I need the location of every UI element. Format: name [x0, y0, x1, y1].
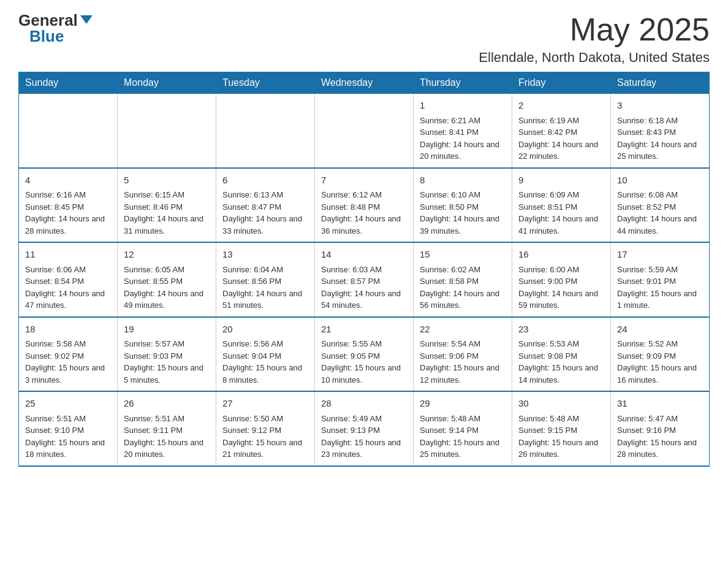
calendar-week-4: 18Sunrise: 5:58 AMSunset: 9:02 PMDayligh…	[19, 317, 710, 392]
calendar-cell: 30Sunrise: 5:48 AMSunset: 9:15 PMDayligh…	[512, 391, 611, 466]
day-number: 19	[124, 323, 210, 337]
day-number: 25	[25, 397, 111, 411]
calendar-cell: 8Sunrise: 6:10 AMSunset: 8:50 PMDaylight…	[414, 168, 512, 243]
day-number: 12	[124, 248, 210, 262]
day-info: Sunrise: 5:58 AMSunset: 9:02 PMDaylight:…	[25, 338, 111, 386]
day-number: 7	[321, 174, 407, 188]
logo-blue-text: Blue	[29, 28, 64, 44]
calendar-cell: 26Sunrise: 5:51 AMSunset: 9:11 PMDayligh…	[118, 391, 216, 466]
calendar-cell: 25Sunrise: 5:51 AMSunset: 9:10 PMDayligh…	[19, 391, 118, 466]
calendar-cell: 3Sunrise: 6:18 AMSunset: 8:43 PMDaylight…	[611, 94, 710, 168]
calendar-cell: 14Sunrise: 6:03 AMSunset: 8:57 PMDayligh…	[315, 242, 414, 317]
calendar-cell: 10Sunrise: 6:08 AMSunset: 8:52 PMDayligh…	[611, 168, 710, 243]
day-info: Sunrise: 6:04 AMSunset: 8:56 PMDaylight:…	[222, 264, 308, 312]
day-number: 10	[617, 174, 703, 188]
day-number: 15	[420, 248, 506, 262]
day-info: Sunrise: 5:47 AMSunset: 9:16 PMDaylight:…	[617, 413, 703, 461]
calendar-cell	[19, 94, 118, 168]
day-number: 20	[222, 323, 308, 337]
day-number: 30	[518, 397, 604, 411]
day-number: 31	[617, 397, 703, 411]
day-number: 23	[518, 323, 604, 337]
calendar-cell	[216, 94, 315, 168]
day-info: Sunrise: 5:49 AMSunset: 9:13 PMDaylight:…	[321, 413, 407, 461]
logo-triangle-icon	[80, 15, 93, 24]
day-of-week-friday: Friday	[512, 72, 611, 94]
calendar-cell: 6Sunrise: 6:13 AMSunset: 8:47 PMDaylight…	[216, 168, 315, 243]
day-info: Sunrise: 6:08 AMSunset: 8:52 PMDaylight:…	[617, 189, 703, 237]
day-of-week-wednesday: Wednesday	[315, 72, 414, 94]
calendar-cell: 28Sunrise: 5:49 AMSunset: 9:13 PMDayligh…	[315, 391, 414, 466]
calendar-cell: 9Sunrise: 6:09 AMSunset: 8:51 PMDaylight…	[512, 168, 611, 243]
calendar-cell: 31Sunrise: 5:47 AMSunset: 9:16 PMDayligh…	[611, 391, 710, 466]
calendar-cell: 29Sunrise: 5:48 AMSunset: 9:14 PMDayligh…	[414, 391, 512, 466]
days-of-week-row: SundayMondayTuesdayWednesdayThursdayFrid…	[19, 72, 710, 94]
logo: General Blue	[18, 12, 93, 44]
day-number: 9	[518, 174, 604, 188]
day-info: Sunrise: 6:09 AMSunset: 8:51 PMDaylight:…	[518, 189, 604, 237]
calendar-cell: 11Sunrise: 6:06 AMSunset: 8:54 PMDayligh…	[19, 242, 118, 317]
day-number: 4	[25, 174, 111, 188]
day-info: Sunrise: 6:10 AMSunset: 8:50 PMDaylight:…	[420, 189, 506, 237]
calendar-cell	[315, 94, 414, 168]
day-info: Sunrise: 5:53 AMSunset: 9:08 PMDaylight:…	[518, 338, 604, 386]
day-number: 5	[124, 174, 210, 188]
calendar-cell: 23Sunrise: 5:53 AMSunset: 9:08 PMDayligh…	[512, 317, 611, 392]
calendar-cell: 21Sunrise: 5:55 AMSunset: 9:05 PMDayligh…	[315, 317, 414, 392]
calendar-cell: 7Sunrise: 6:12 AMSunset: 8:48 PMDaylight…	[315, 168, 414, 243]
calendar-table: SundayMondayTuesdayWednesdayThursdayFrid…	[18, 72, 710, 467]
day-info: Sunrise: 6:06 AMSunset: 8:54 PMDaylight:…	[25, 264, 111, 312]
day-info: Sunrise: 5:48 AMSunset: 9:15 PMDaylight:…	[518, 413, 604, 461]
page-header: General Blue May 2025 Ellendale, North D…	[18, 12, 710, 66]
day-number: 2	[518, 99, 604, 113]
calendar-week-5: 25Sunrise: 5:51 AMSunset: 9:10 PMDayligh…	[19, 391, 710, 466]
location-title: Ellendale, North Dakota, United States	[479, 50, 710, 66]
day-number: 6	[222, 174, 308, 188]
day-info: Sunrise: 6:00 AMSunset: 9:00 PMDaylight:…	[518, 264, 604, 312]
day-of-week-sunday: Sunday	[19, 72, 118, 94]
calendar-cell: 1Sunrise: 6:21 AMSunset: 8:41 PMDaylight…	[414, 94, 512, 168]
calendar-cell: 4Sunrise: 6:16 AMSunset: 8:45 PMDaylight…	[19, 168, 118, 243]
day-number: 24	[617, 323, 703, 337]
day-number: 1	[420, 99, 506, 113]
calendar-cell: 15Sunrise: 6:02 AMSunset: 8:58 PMDayligh…	[414, 242, 512, 317]
calendar-cell: 20Sunrise: 5:56 AMSunset: 9:04 PMDayligh…	[216, 317, 315, 392]
day-info: Sunrise: 5:52 AMSunset: 9:09 PMDaylight:…	[617, 338, 703, 386]
day-number: 17	[617, 248, 703, 262]
day-info: Sunrise: 6:15 AMSunset: 8:46 PMDaylight:…	[124, 189, 210, 237]
day-number: 21	[321, 323, 407, 337]
day-info: Sunrise: 6:18 AMSunset: 8:43 PMDaylight:…	[617, 115, 703, 163]
day-info: Sunrise: 6:12 AMSunset: 8:48 PMDaylight:…	[321, 189, 407, 237]
calendar-week-1: 1Sunrise: 6:21 AMSunset: 8:41 PMDaylight…	[19, 94, 710, 168]
title-area: May 2025 Ellendale, North Dakota, United…	[479, 12, 710, 66]
calendar-cell: 5Sunrise: 6:15 AMSunset: 8:46 PMDaylight…	[118, 168, 216, 243]
day-number: 27	[222, 397, 308, 411]
day-number: 3	[617, 99, 703, 113]
day-info: Sunrise: 5:51 AMSunset: 9:10 PMDaylight:…	[25, 413, 111, 461]
day-info: Sunrise: 5:54 AMSunset: 9:06 PMDaylight:…	[420, 338, 506, 386]
calendar-header: SundayMondayTuesdayWednesdayThursdayFrid…	[19, 72, 710, 94]
calendar-cell: 27Sunrise: 5:50 AMSunset: 9:12 PMDayligh…	[216, 391, 315, 466]
day-of-week-saturday: Saturday	[611, 72, 710, 94]
day-info: Sunrise: 5:55 AMSunset: 9:05 PMDaylight:…	[321, 338, 407, 386]
calendar-cell: 24Sunrise: 5:52 AMSunset: 9:09 PMDayligh…	[611, 317, 710, 392]
calendar-cell: 19Sunrise: 5:57 AMSunset: 9:03 PMDayligh…	[118, 317, 216, 392]
day-number: 18	[25, 323, 111, 337]
calendar-cell: 13Sunrise: 6:04 AMSunset: 8:56 PMDayligh…	[216, 242, 315, 317]
day-info: Sunrise: 6:03 AMSunset: 8:57 PMDaylight:…	[321, 264, 407, 312]
calendar-cell	[118, 94, 216, 168]
day-info: Sunrise: 5:59 AMSunset: 9:01 PMDaylight:…	[617, 264, 703, 312]
day-number: 11	[25, 248, 111, 262]
day-info: Sunrise: 6:21 AMSunset: 8:41 PMDaylight:…	[420, 115, 506, 163]
day-number: 14	[321, 248, 407, 262]
day-number: 8	[420, 174, 506, 188]
calendar-week-2: 4Sunrise: 6:16 AMSunset: 8:45 PMDaylight…	[19, 168, 710, 243]
day-number: 28	[321, 397, 407, 411]
logo-general-text: General	[18, 12, 78, 28]
day-info: Sunrise: 5:57 AMSunset: 9:03 PMDaylight:…	[124, 338, 210, 386]
day-info: Sunrise: 5:50 AMSunset: 9:12 PMDaylight:…	[222, 413, 308, 461]
day-number: 16	[518, 248, 604, 262]
day-info: Sunrise: 5:51 AMSunset: 9:11 PMDaylight:…	[124, 413, 210, 461]
month-title: May 2025	[479, 12, 710, 47]
calendar-cell: 17Sunrise: 5:59 AMSunset: 9:01 PMDayligh…	[611, 242, 710, 317]
